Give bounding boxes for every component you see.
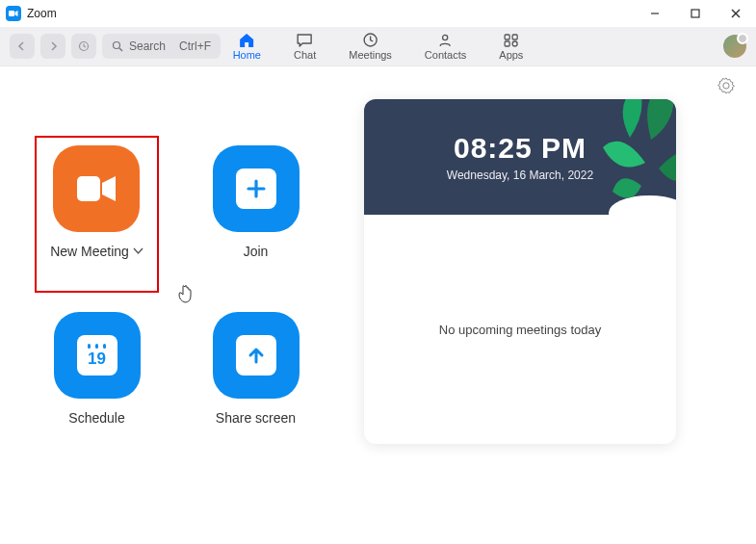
history-button[interactable] (71, 34, 96, 59)
svg-rect-0 (9, 11, 14, 16)
tab-home[interactable]: Home (233, 33, 261, 61)
tab-home-label: Home (233, 49, 261, 61)
tab-meetings-label: Meetings (349, 49, 392, 61)
tile-join-label: Join (244, 244, 269, 259)
tile-schedule[interactable]: 19 Schedule (54, 312, 141, 444)
home-icon (238, 33, 255, 48)
svg-point-6 (114, 42, 120, 49)
calendar-icon: 19 (77, 335, 117, 376)
svg-rect-10 (505, 35, 509, 39)
tab-apps[interactable]: Apps (499, 33, 523, 61)
tab-contacts-label: Contacts (425, 49, 466, 61)
cursor-pointer-icon (177, 285, 195, 308)
tab-chat-label: Chat (294, 49, 316, 61)
title-bar: Zoom (0, 0, 756, 27)
gear-icon (717, 77, 735, 94)
tile-new-meeting-label: New Meeting (50, 244, 129, 259)
tab-contacts[interactable]: Contacts (425, 33, 466, 61)
action-grid: New Meeting Join 19 Schedule (17, 95, 335, 444)
tab-apps-label: Apps (499, 49, 523, 61)
svg-point-9 (443, 35, 448, 39)
search-label: Search (129, 39, 166, 53)
maximize-button[interactable] (679, 2, 712, 25)
search-input[interactable]: Search Ctrl+F (102, 34, 221, 59)
video-icon (53, 145, 140, 232)
svg-point-13 (512, 41, 517, 46)
calendar-day: 19 (88, 350, 106, 367)
svg-rect-12 (505, 41, 509, 46)
current-time: 08:25 PM (454, 132, 587, 165)
app-title: Zoom (27, 7, 57, 20)
settings-button[interactable] (717, 77, 735, 98)
empty-state-text: No upcoming meetings today (439, 323, 601, 337)
apps-icon (503, 33, 519, 48)
tab-meetings[interactable]: Meetings (349, 32, 392, 61)
meetings-card: 08:25 PM Wednesday, 16 March, 2022 No up… (364, 99, 676, 444)
forward-button[interactable] (40, 34, 65, 59)
minimize-button[interactable] (639, 2, 671, 25)
plus-icon (236, 168, 276, 209)
close-button[interactable] (719, 2, 752, 25)
tile-schedule-label: Schedule (68, 410, 124, 426)
svg-point-17 (609, 195, 676, 215)
back-button[interactable] (10, 34, 35, 59)
tile-join[interactable]: Join (213, 145, 300, 277)
current-date: Wednesday, 16 March, 2022 (447, 168, 593, 182)
tile-share-label: Share screen (216, 410, 296, 426)
svg-rect-14 (77, 176, 100, 201)
toolbar: Search Ctrl+F Home Chat Meetings Contact… (0, 27, 756, 65)
svg-rect-2 (691, 10, 699, 17)
svg-rect-11 (512, 35, 517, 39)
tab-chat[interactable]: Chat (294, 33, 316, 61)
search-shortcut: Ctrl+F (179, 39, 211, 53)
main-content: New Meeting Join 19 Schedule (0, 66, 756, 444)
avatar[interactable] (723, 35, 746, 58)
plant-decoration (582, 99, 676, 215)
card-header: 08:25 PM Wednesday, 16 March, 2022 (364, 99, 676, 215)
chat-icon (297, 33, 314, 48)
clock-icon (362, 32, 378, 48)
search-icon (112, 40, 123, 52)
tab-nav: Home Chat Meetings Contacts Apps (233, 32, 524, 61)
tile-share-screen[interactable]: Share screen (213, 312, 300, 444)
svg-line-7 (119, 48, 122, 51)
contacts-icon (437, 33, 455, 48)
chevron-down-icon[interactable] (133, 247, 143, 255)
share-icon (236, 335, 276, 376)
tile-new-meeting[interactable]: New Meeting (35, 136, 159, 293)
zoom-app-icon (6, 6, 21, 21)
